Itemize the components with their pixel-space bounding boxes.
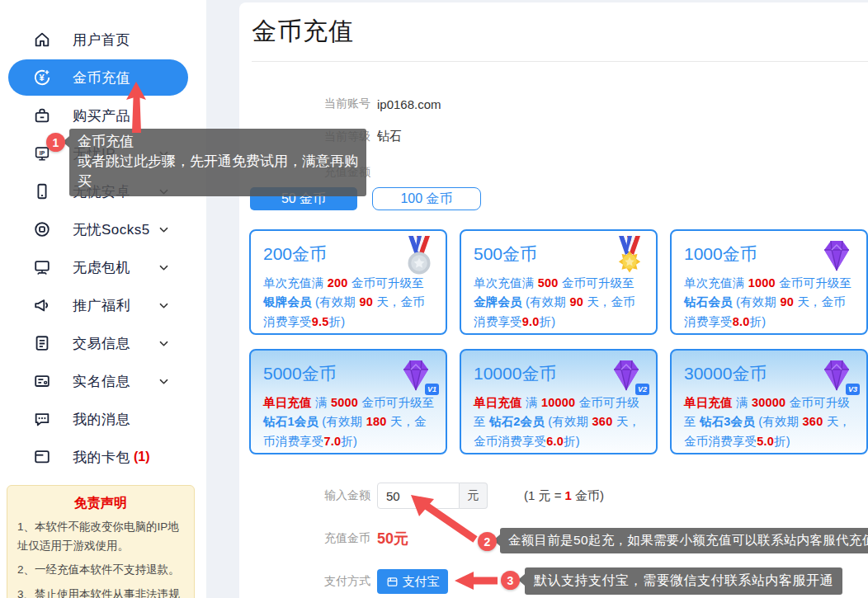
sidebar-item-label: 交易信息 [73, 334, 130, 353]
medal-gold-icon [606, 236, 646, 277]
pay-method-label: 支付方式 [324, 574, 377, 589]
sidebar-item-7[interactable]: 无虑包机 [0, 248, 206, 286]
chevron-down-icon[interactable] [158, 299, 170, 312]
sidebar-item-label: 用户首页 [73, 31, 130, 49]
account-value: ip0168.com [377, 97, 441, 111]
sidebar-item-10[interactable]: 实名信息 [0, 362, 206, 400]
sidebar-item-12[interactable]: 我的卡包 (1) [0, 438, 206, 476]
card-description: 单日充值 满 30000 金币可升级至 钻石3会员 (有效期 360 天，金币消… [684, 393, 856, 451]
sidebar-item-label: 无虑包机 [73, 258, 130, 277]
step3-tooltip: 默认支持支付宝，需要微信支付联系站内客服开通 [525, 567, 842, 595]
sidebar-item-9[interactable]: 交易信息 [0, 324, 206, 362]
chat-icon [33, 410, 51, 428]
tab-100-coins[interactable]: 100 金币 [372, 187, 481, 210]
step2-arrow-icon [404, 488, 487, 548]
step1-tooltip: 金币充值 或者跳过此步骤，先开通免费试用，满意再购买 [69, 129, 366, 196]
card-description: 单次充值满 200 金币可升级至 银牌会员 (有效期 90 天，金币消费享受9.… [263, 274, 436, 332]
account-row: 当前账号 ip0168.com [239, 97, 868, 111]
sidebar-item-label: 购买产品 [73, 106, 130, 125]
sidebar-item-2[interactable]: ¥ 金币充值 [8, 59, 188, 96]
chevron-down-icon[interactable] [158, 261, 170, 274]
recharge-card-1000金币[interactable]: 1000金币 单次充值满 1000 金币可升级至 钻石会员 (有效期 90 天，… [670, 229, 868, 335]
recharge-card-30000金币[interactable]: 30000金币 V3 单日充值 满 30000 金币可升级至 钻石3会员 (有效… [670, 349, 868, 454]
recharge-card-200金币[interactable]: 200金币 单次充值满 200 金币可升级至 银牌会员 (有效期 90 天，金币… [249, 229, 447, 335]
disclaimer-line: 2、一经充值本软件不支持退款。 [17, 561, 184, 580]
input-amount-label: 输入金额 [324, 488, 377, 503]
step1-tooltip-title: 金币充值 [78, 132, 358, 152]
medal-silver-icon [396, 236, 436, 277]
vip-level-badge: V2 [635, 384, 649, 395]
coin-recharge-page: { "colors": { "primary": "#2d8cf0", "acc… [0, 0, 868, 598]
shop-bag-icon [33, 106, 51, 125]
android-phone-icon [33, 182, 51, 200]
recharge-card-5000金币[interactable]: 5000金币 V1 单日充值 满 5000 金币可升级至 钻石1会员 (有效期 … [249, 349, 447, 454]
sidebar-item-label: 我的卡包 [73, 448, 130, 467]
recharge-card-500金币[interactable]: 500金币 单次充值满 500 金币可升级至 金牌会员 (有效期 90 天，金币… [460, 229, 658, 335]
main-content: 金币充值 当前账号 ip0168.com 当前等级 钻石 充值金额 50 金币 … [239, 2, 868, 598]
svg-text:IP: IP [40, 150, 45, 156]
home-icon [33, 31, 51, 49]
wallet-icon [33, 448, 51, 466]
vip-level-badge: V1 [425, 384, 439, 395]
diamond-icon [817, 236, 856, 277]
disclaimer-box: 免责声明 1、本软件不能改变你电脑的IP地址仅适用于游戏使用。2、一经充值本软件… [7, 485, 195, 598]
step1-arrow-icon [125, 82, 153, 134]
sidebar-item-count-badge: (1) [134, 450, 150, 464]
account-label: 当前账号 [324, 97, 377, 111]
cards-row-2: 5000金币 V1 单日充值 满 5000 金币可升级至 钻石1会员 (有效期 … [249, 349, 868, 454]
alipay-card-icon [386, 576, 399, 588]
exchange-rate-hint: (1 元 = 1 金币) [524, 488, 604, 504]
disclaimer-line: 3、禁止使用本软件从事非法违规行为，官方记录所有使用日志。 [17, 586, 184, 598]
socks5-icon [33, 220, 51, 238]
sidebar-item-1[interactable]: 用户首页 [0, 21, 206, 59]
chevron-down-icon[interactable] [158, 224, 170, 236]
recharge-card-10000金币[interactable]: 10000金币 V2 单日充值 满 10000 金币可升级至 钻石2会员 (有效… [460, 349, 658, 454]
page-title: 金币充值 [252, 15, 354, 49]
sidebar-item-label: 无忧Socks5 [73, 220, 150, 239]
disclaimer-line: 1、本软件不能改变你电脑的IP地址仅适用于游戏使用。 [17, 518, 184, 555]
sidebar-item-label: 实名信息 [73, 372, 130, 391]
cards-row-1: 200金币 单次充值满 200 金币可升级至 银牌会员 (有效期 90 天，金币… [249, 229, 868, 335]
sidebar-item-label: 金币充值 [73, 68, 130, 87]
svg-text:¥: ¥ [40, 73, 45, 82]
document-icon [33, 334, 51, 352]
alipay-button-label: 支付宝 [403, 574, 440, 590]
sidebar-item-label: 推广福利 [73, 296, 130, 315]
card-description: 单日充值 满 10000 金币可升级至 钻石2会员 (有效期 360 天，金币消… [474, 393, 646, 451]
disclaimer-title: 免责声明 [17, 495, 184, 512]
sidebar: 用户首页 ¥ 金币充值 购买产品 IP 无忧IP 无忧安卓 无忧Socks5 无… [0, 0, 206, 598]
card-description: 单次充值满 1000 金币可升级至 钻石会员 (有效期 90 天，金币消费享受8… [684, 274, 856, 332]
title-divider [252, 61, 868, 62]
sidebar-nav: 用户首页 ¥ 金币充值 购买产品 IP 无忧IP 无忧安卓 无忧Socks5 无… [0, 21, 206, 476]
sidebar-item-11[interactable]: 我的消息 [0, 400, 206, 438]
disclaimer-lines: 1、本软件不能改变你电脑的IP地址仅适用于游戏使用。2、一经充值本软件不支持退款… [17, 518, 184, 598]
id-card-icon [33, 372, 51, 390]
step2-tooltip: 金额目前是50起充，如果需要小额充值可以联系站内客服代充值 [500, 528, 868, 553]
step1-number-badge: 1 [46, 133, 65, 152]
level-value: 钻石 [377, 129, 402, 144]
input-amount-row: 输入金额 元 (1 元 = 1 金币) [239, 483, 868, 509]
chevron-down-icon[interactable] [158, 337, 170, 350]
card-description: 单日充值 满 5000 金币可升级至 钻石1会员 (有效期 180 天，金币消费… [263, 393, 436, 451]
sidebar-item-8[interactable]: 推广福利 [0, 286, 206, 324]
monitor-icon [33, 258, 51, 276]
sidebar-item-label: 我的消息 [73, 410, 130, 429]
alipay-button[interactable]: 支付宝 [377, 569, 448, 594]
chevron-down-icon[interactable] [158, 375, 170, 388]
step1-tooltip-text: 或者跳过此步骤，先开通免费试用，满意再购买 [78, 152, 358, 191]
recharge-coins-label: 充值金币 [324, 531, 377, 546]
step2-number-badge: 2 [478, 532, 497, 551]
vip-level-badge: V3 [846, 384, 860, 395]
sidebar-item-6[interactable]: 无忧Socks5 [0, 210, 206, 248]
coin-recharge-icon: ¥ [33, 68, 51, 87]
step3-arrow-icon [453, 570, 499, 591]
step3-number-badge: 3 [501, 571, 520, 590]
megaphone-icon [33, 296, 51, 314]
card-description: 单次充值满 500 金币可升级至 金牌会员 (有效期 90 天，金币消费享受9.… [474, 274, 646, 332]
